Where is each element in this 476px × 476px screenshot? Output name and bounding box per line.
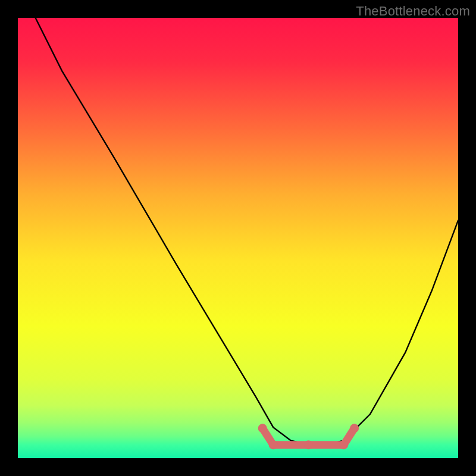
svg-point-6 (339, 440, 348, 449)
svg-point-3 (258, 424, 267, 433)
svg-point-4 (269, 440, 278, 449)
svg-point-5 (304, 440, 313, 449)
plot-area (18, 18, 458, 458)
bottleneck-chart (18, 18, 458, 458)
gradient-background (18, 18, 458, 458)
chart-stage: TheBottleneck.com (0, 0, 476, 476)
watermark-text: TheBottleneck.com (356, 4, 470, 19)
svg-point-7 (350, 424, 359, 433)
